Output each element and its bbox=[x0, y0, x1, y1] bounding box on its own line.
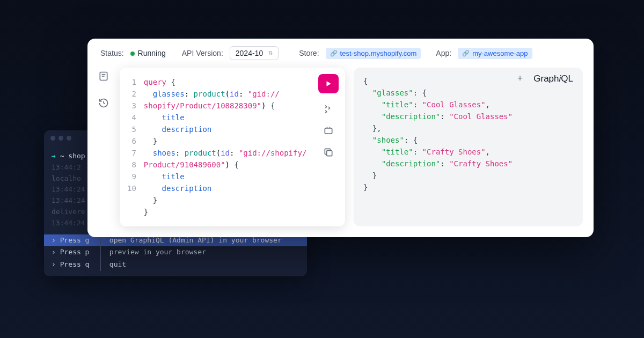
app-label: App: bbox=[436, 49, 451, 57]
query-editor[interactable]: 12345678910 query { glasses: product(id:… bbox=[120, 68, 345, 226]
status-label: Status: bbox=[100, 49, 124, 57]
window-dot bbox=[58, 136, 63, 141]
left-rail bbox=[98, 68, 111, 226]
graphiql-logo: GraphiQL bbox=[533, 74, 573, 84]
shortcut-row[interactable]: › Press p preview in your browser bbox=[44, 246, 307, 259]
response-json: { "glasses": { "title": "Cool Glasses", … bbox=[363, 75, 573, 193]
svg-line-4 bbox=[104, 103, 105, 104]
store-label: Store: bbox=[299, 49, 319, 57]
add-tab-button[interactable]: + bbox=[517, 73, 523, 84]
link-icon: 🔗 bbox=[462, 50, 470, 57]
prettify-icon[interactable] bbox=[323, 104, 334, 115]
app-link[interactable]: 🔗 my-awesome-app bbox=[458, 48, 532, 59]
link-icon: 🔗 bbox=[330, 50, 338, 57]
api-version-select[interactable]: 2024-10 ⇅ bbox=[230, 46, 279, 60]
shortcut-row[interactable]: › Press q quit bbox=[44, 259, 307, 271]
window-dot bbox=[67, 136, 71, 141]
status-dot-icon bbox=[130, 52, 135, 56]
merge-icon[interactable] bbox=[323, 126, 334, 136]
card-header: Status: Running API Version: 2024-10 ⇅ S… bbox=[87, 39, 594, 68]
history-icon[interactable] bbox=[98, 98, 109, 108]
chevron-updown-icon: ⇅ bbox=[268, 50, 273, 56]
status-value: Running bbox=[130, 49, 166, 57]
query-code[interactable]: query { glasses: product(id: "gid:// sho… bbox=[144, 76, 306, 218]
graphiql-card: Status: Running API Version: 2024-10 ⇅ S… bbox=[87, 39, 594, 237]
docs-icon[interactable] bbox=[98, 71, 109, 82]
run-button[interactable] bbox=[318, 74, 339, 93]
svg-rect-5 bbox=[325, 128, 332, 134]
store-link[interactable]: 🔗 test-shop.myshopify.com bbox=[326, 48, 421, 59]
copy-icon[interactable] bbox=[323, 147, 334, 158]
api-version-label: API Version: bbox=[182, 49, 223, 57]
line-gutter: 12345678910 bbox=[127, 76, 138, 218]
window-dot bbox=[50, 136, 55, 141]
results-panel: + GraphiQL { "glasses": { "title": "Cool… bbox=[354, 68, 583, 226]
svg-rect-6 bbox=[327, 151, 332, 156]
